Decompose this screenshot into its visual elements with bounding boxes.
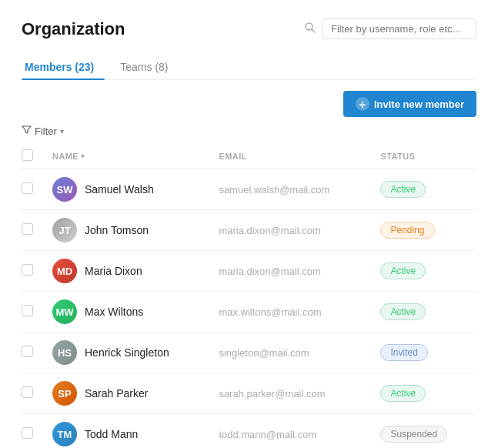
row-checkbox-cell [22,251,46,292]
row-checkbox[interactable] [22,264,33,276]
filter-icon [22,125,32,137]
name-cell: MD Maria Dixon [46,251,212,292]
member-name: Henrick Singleton [85,346,169,359]
col-email: EMAIL [212,145,374,169]
table-row: SW Samuel Walsh samuel.walsh@mail.com Ac… [22,169,476,210]
search-icon [304,22,316,37]
name-cell: JT John Tomson [46,210,212,251]
status-badge: Invited [380,344,427,361]
row-checkbox[interactable] [22,427,33,439]
row-checkbox-cell [22,292,46,333]
name-cell: SW Samuel Walsh [46,169,212,210]
search-input[interactable] [323,18,476,39]
status-cell: Active [374,169,476,210]
email-cell: samuel.walsh@mail.com [212,169,374,210]
filter-row: Filter ▾ [22,125,476,137]
toolbar: + Invite new member [22,91,476,117]
status-badge: Active [380,181,426,198]
member-name: Maria Dixon [85,265,142,277]
page-container: Organization Members (23) Teams (8) + In… [0,0,498,448]
tab-teams[interactable]: Teams (8) [117,55,179,79]
filter-label[interactable]: Filter [35,125,57,137]
email-cell: sarah.parker@mail.com [212,373,374,414]
member-name: Todd Mann [85,428,138,440]
status-badge: Active [380,303,426,320]
row-checkbox[interactable] [22,346,33,357]
header: Organization [22,18,476,39]
row-checkbox-cell [22,373,46,414]
table-row: HS Henrick Singleton singleton@mail.com … [22,333,476,373]
tab-members[interactable]: Members (23) [22,55,105,79]
avatar: TM [52,422,77,446]
row-checkbox[interactable] [22,386,33,398]
svg-line-1 [312,29,315,32]
avatar: MD [52,259,77,283]
plus-icon: + [356,97,369,111]
member-name: Samuel Walsh [85,183,154,196]
col-status: STATUS [374,145,476,169]
avatar: JT [52,218,77,242]
col-name: NAME ▾ [46,145,212,169]
email-cell: maria.dixon@mail.com [212,251,374,292]
row-checkbox[interactable] [22,305,33,316]
table-row: TM Todd Mann todd.mann@mail.com Suspende… [22,414,476,449]
select-all-checkbox[interactable] [22,149,33,161]
invite-new-member-button[interactable]: + Invite new member [343,91,476,117]
row-checkbox[interactable] [22,182,33,194]
table-row: JT John Tomson maria.dixon@mail.com Pend… [22,210,476,251]
filter-chevron-icon: ▾ [60,127,64,135]
row-checkbox-cell [22,414,46,449]
status-badge: Active [380,262,426,279]
avatar: SP [52,381,77,406]
row-checkbox[interactable] [22,223,33,235]
name-cell: TM Todd Mann [46,414,212,449]
table-row: MD Maria Dixon maria.dixon@mail.com Acti… [22,251,476,292]
member-name: Max Wiltons [85,306,143,318]
email-cell: maria.dixon@mail.com [212,210,374,251]
name-cell: MW Max Wiltons [46,292,212,333]
member-name: Sarah Parker [85,387,148,400]
page-title: Organization [22,19,125,39]
select-all-col [22,145,46,169]
table-row: MW Max Wiltons max.wiltons@mail.com Acti… [22,292,476,333]
status-cell: Active [374,292,476,333]
email-cell: singleton@mail.com [212,333,374,373]
members-table: NAME ▾ EMAIL STATUS SW Samuel Walsh samu… [22,145,476,448]
status-cell: Suspended [374,414,476,449]
invite-button-label: Invite new member [374,99,464,110]
sort-arrow-icon: ▾ [81,152,85,160]
status-cell: Active [374,251,476,292]
avatar: SW [52,177,77,202]
name-sort-button[interactable]: NAME ▾ [52,152,85,161]
name-cell: SP Sarah Parker [46,373,212,414]
status-cell: Pending [374,210,476,251]
status-badge: Pending [380,222,434,239]
row-checkbox-cell [22,169,46,210]
status-cell: Active [374,373,476,414]
email-cell: todd.mann@mail.com [212,414,374,449]
status-badge: Active [380,385,426,402]
tabs-bar: Members (23) Teams (8) [22,55,476,80]
table-row: SP Sarah Parker sarah.parker@mail.com Ac… [22,373,476,414]
search-area [304,18,476,39]
row-checkbox-cell [22,333,46,373]
avatar: HS [52,340,77,365]
status-badge: Suspended [380,426,447,443]
table-header-row: NAME ▾ EMAIL STATUS [22,145,476,169]
row-checkbox-cell [22,210,46,251]
name-cell: HS Henrick Singleton [46,333,212,373]
avatar: MW [52,299,77,324]
email-cell: max.wiltons@mail.com [212,292,374,333]
status-cell: Invited [374,333,476,373]
member-name: John Tomson [85,224,149,236]
